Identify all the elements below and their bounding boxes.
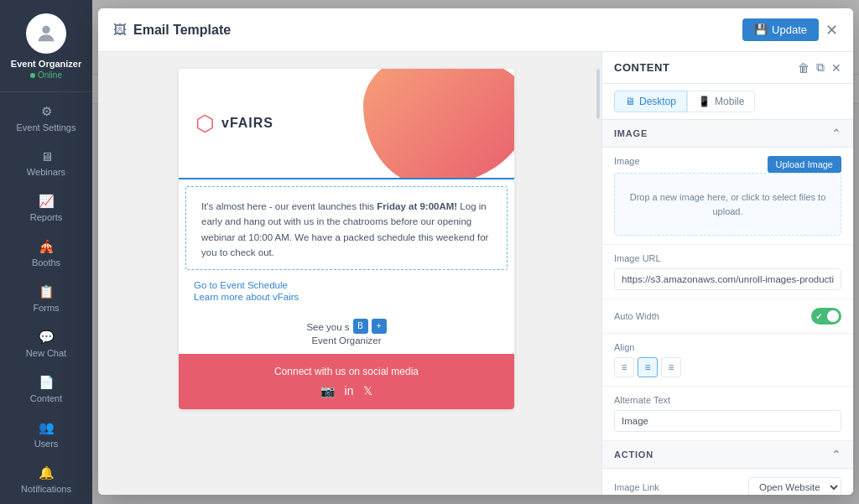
users-icon: 👥 bbox=[39, 420, 55, 435]
delete-icon-btn[interactable]: 🗑 bbox=[798, 60, 810, 75]
action-section-toggle[interactable]: ⌃ bbox=[831, 448, 841, 461]
sidebar-item-booths[interactable]: 🎪 Booths bbox=[0, 231, 92, 276]
auto-width-group: Auto Width ✓ bbox=[602, 299, 853, 334]
avatar bbox=[26, 13, 66, 54]
modal-header: 🖼 Email Template 💾 Update ✕ bbox=[98, 8, 853, 52]
alt-text-group: Alternate Text bbox=[602, 387, 853, 441]
right-panel: CONTENT 🗑 ⧉ ✕ 🖥 Desktop bbox=[601, 52, 853, 495]
email-template-modal: 🖼 Email Template 💾 Update ✕ bbox=[98, 8, 853, 495]
right-panel-title: CONTENT bbox=[614, 61, 669, 74]
image-field-label: Image Upload Image bbox=[614, 156, 841, 166]
upload-image-button[interactable]: Upload Image bbox=[768, 156, 842, 173]
action-section-title: ACTION bbox=[614, 449, 653, 460]
modal-title: Email Template bbox=[133, 23, 231, 38]
align-center-btn[interactable]: ≡ bbox=[638, 357, 658, 377]
scrollbar-thumb bbox=[596, 69, 600, 119]
sign-controls: B + bbox=[353, 319, 387, 334]
email-hero: ⬡ vFAIRS bbox=[179, 69, 514, 178]
alt-text-input[interactable] bbox=[614, 410, 841, 432]
profile-name: Event Organizer bbox=[11, 59, 81, 69]
instagram-icon[interactable]: 📷 bbox=[320, 384, 335, 397]
sidebar-item-forms[interactable]: 📋 Forms bbox=[0, 276, 92, 321]
linkedin-icon[interactable]: in bbox=[345, 384, 354, 397]
desktop-icon: 🖥 bbox=[625, 96, 635, 107]
auto-width-toggle[interactable]: ✓ bbox=[811, 308, 841, 325]
sidebar-profile: Event Organizer Online bbox=[0, 0, 92, 92]
mobile-view-btn[interactable]: 📱 Mobile bbox=[687, 91, 755, 112]
hero-blob bbox=[363, 69, 514, 178]
status-dot bbox=[30, 73, 35, 78]
close-panel-btn[interactable]: ✕ bbox=[831, 60, 841, 75]
copy-icon-btn[interactable]: ⧉ bbox=[816, 60, 825, 75]
modal-overlay: 🖼 Email Template 💾 Update ✕ bbox=[92, 0, 859, 504]
action-section-header: ACTION ⌃ bbox=[602, 441, 853, 469]
right-panel-body: IMAGE ⌃ Image Upload Image Drop a new im… bbox=[602, 120, 853, 495]
right-panel-header: CONTENT 🗑 ⧉ ✕ bbox=[602, 52, 853, 84]
auto-width-row: Auto Width ✓ bbox=[614, 308, 841, 325]
main-area: Create Campaign Title Campaign Type Titl… bbox=[92, 0, 859, 504]
save-icon: 💾 bbox=[754, 23, 768, 36]
reports-icon: 📈 bbox=[39, 194, 55, 209]
desktop-view-btn[interactable]: 🖥 Desktop bbox=[614, 91, 687, 112]
link-event-schedule[interactable]: Go to Event Schedule bbox=[194, 280, 499, 290]
sidebar-item-webinars[interactable]: 🖥 Webinars bbox=[0, 141, 92, 185]
update-button[interactable]: 💾 Update bbox=[742, 18, 819, 41]
modal-body: ⬡ vFAIRS It's almost here - our event la… bbox=[98, 52, 853, 495]
email-links: Go to Event Schedule Learn more about vF… bbox=[179, 277, 514, 312]
image-link-group: Image Link Open Website bbox=[602, 469, 853, 495]
align-left-btn[interactable]: ≡ bbox=[614, 357, 634, 377]
webinars-icon: 🖥 bbox=[40, 149, 53, 164]
booths-icon: 🎪 bbox=[39, 239, 55, 254]
close-modal-button[interactable]: ✕ bbox=[825, 23, 838, 38]
sidebar-item-content[interactable]: 📄 Content bbox=[0, 366, 92, 412]
align-label: Align bbox=[614, 342, 841, 352]
chat-icon: 💬 bbox=[39, 330, 55, 345]
email-divider bbox=[179, 178, 514, 179]
email-body-text: It's almost here - our event launches th… bbox=[185, 186, 508, 270]
modal-actions: 💾 Update ✕ bbox=[742, 18, 838, 41]
sidebar: Event Organizer Online ⚙ Event Settings … bbox=[0, 0, 92, 504]
sidebar-item-event-settings[interactable]: ⚙ Event Settings bbox=[0, 96, 92, 141]
sidebar-item-users[interactable]: 👥 Users bbox=[0, 412, 92, 457]
mobile-icon: 📱 bbox=[698, 96, 711, 107]
scrollbar[interactable] bbox=[595, 52, 601, 495]
logo-text: vFAIRS bbox=[221, 116, 273, 131]
auto-width-label: Auto Width bbox=[614, 311, 659, 321]
sidebar-item-reports[interactable]: 📈 Reports bbox=[0, 185, 92, 231]
link-learn-more[interactable]: Learn more about vFairs bbox=[194, 292, 499, 302]
notifications-icon: 🔔 bbox=[39, 465, 55, 481]
sign-btn-b[interactable]: B bbox=[353, 319, 368, 334]
forms-icon: 📋 bbox=[39, 284, 55, 299]
email-logo: ⬡ vFAIRS bbox=[195, 111, 273, 137]
email-footer: Connect with us on social media 📷 in 𝕏 bbox=[179, 354, 514, 409]
action-row: Image Link Open Website bbox=[614, 477, 841, 495]
view-toggle: 🖥 Desktop 📱 Mobile bbox=[602, 84, 853, 120]
modal-title-row: 🖼 Email Template bbox=[113, 23, 231, 38]
logo-hex-icon: ⬡ bbox=[195, 111, 215, 137]
image-drop-zone[interactable]: Drop a new image here, or click to selec… bbox=[614, 173, 841, 236]
image-upload-group: Image Upload Image Drop a new image here… bbox=[602, 148, 853, 245]
image-url-input[interactable] bbox=[614, 268, 841, 290]
twitter-icon[interactable]: 𝕏 bbox=[363, 384, 372, 397]
content-icon: 📄 bbox=[39, 375, 55, 390]
profile-status: Online bbox=[30, 70, 62, 80]
align-group: Align ≡ ≡ ≡ bbox=[602, 334, 853, 387]
alt-text-label: Alternate Text bbox=[614, 395, 841, 405]
align-right-btn[interactable]: ≡ bbox=[661, 357, 681, 377]
align-row: ≡ ≡ ≡ bbox=[614, 357, 841, 377]
image-url-label: Image URL bbox=[614, 253, 841, 263]
image-link-select[interactable]: Open Website bbox=[748, 477, 841, 495]
sidebar-item-notifications[interactable]: 🔔 Notifications bbox=[0, 457, 92, 502]
svg-point-0 bbox=[42, 26, 49, 34]
image-url-group: Image URL bbox=[602, 245, 853, 299]
email-preview: ⬡ vFAIRS It's almost here - our event la… bbox=[98, 52, 595, 495]
image-icon: 🖼 bbox=[113, 23, 127, 38]
footer-social-icons: 📷 in 𝕏 bbox=[194, 384, 499, 397]
sign-btn-i[interactable]: + bbox=[372, 319, 387, 334]
gear-icon: ⚙ bbox=[41, 104, 52, 119]
sidebar-nav: ⚙ Event Settings 🖥 Webinars 📈 Reports 🎪 … bbox=[0, 92, 92, 504]
image-section-toggle[interactable]: ⌃ bbox=[831, 127, 841, 140]
sidebar-item-new-chat[interactable]: 💬 New Chat bbox=[0, 321, 92, 366]
right-panel-actions: 🗑 ⧉ ✕ bbox=[798, 60, 841, 75]
email-sign: See you s B + Event Organizer bbox=[179, 312, 514, 354]
